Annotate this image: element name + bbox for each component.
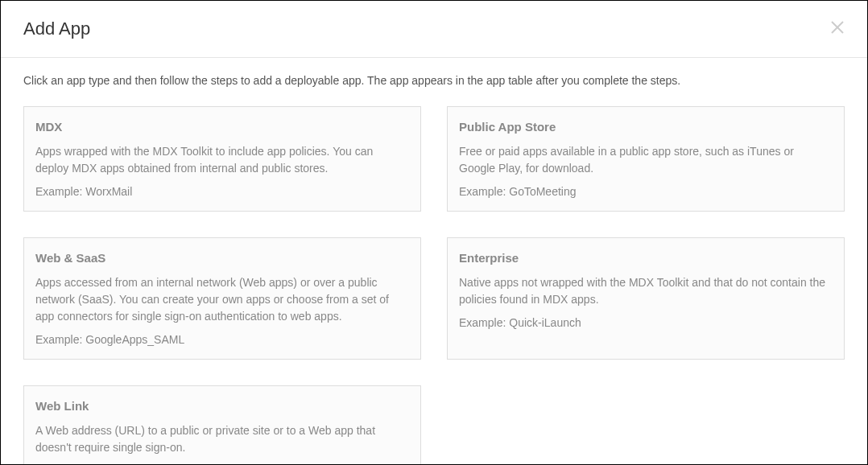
- card-description: A Web address (URL) to a public or priva…: [35, 422, 409, 456]
- instruction-text: Click an app type and then follow the st…: [23, 74, 845, 87]
- card-title: Web & SaaS: [35, 251, 409, 265]
- dialog-header: Add App: [1, 1, 867, 58]
- dialog-content: Click an app type and then follow the st…: [1, 58, 867, 465]
- app-type-card-web-saas[interactable]: Web & SaaS Apps accessed from an interna…: [23, 237, 421, 360]
- card-title: Enterprise: [459, 251, 833, 265]
- dialog-title: Add App: [23, 19, 90, 39]
- card-example: Example: WorxMail: [35, 185, 409, 198]
- card-example: Example: Quick-iLaunch: [459, 316, 833, 329]
- card-title: Public App Store: [459, 120, 833, 134]
- card-description: Free or paid apps available in a public …: [459, 143, 833, 177]
- app-type-card-enterprise[interactable]: Enterprise Native apps not wrapped with …: [447, 237, 845, 360]
- close-button[interactable]: [830, 19, 845, 38]
- close-icon: [830, 20, 845, 35]
- app-type-card-mdx[interactable]: MDX Apps wrapped with the MDX Toolkit to…: [23, 106, 421, 212]
- card-description: Apps accessed from an internal network (…: [35, 274, 409, 325]
- card-example: Example: GoogleApps_SAML: [35, 333, 409, 346]
- card-title: Web Link: [35, 399, 409, 413]
- app-type-grid: MDX Apps wrapped with the MDX Toolkit to…: [23, 106, 845, 465]
- card-title: MDX: [35, 120, 409, 134]
- card-description: Apps wrapped with the MDX Toolkit to inc…: [35, 143, 409, 177]
- app-type-card-web-link[interactable]: Web Link A Web address (URL) to a public…: [23, 385, 421, 465]
- app-type-card-public-app-store[interactable]: Public App Store Free or paid apps avail…: [447, 106, 845, 212]
- card-description: Native apps not wrapped with the MDX Too…: [459, 274, 833, 308]
- card-example: Example: GoToMeeting: [459, 185, 833, 198]
